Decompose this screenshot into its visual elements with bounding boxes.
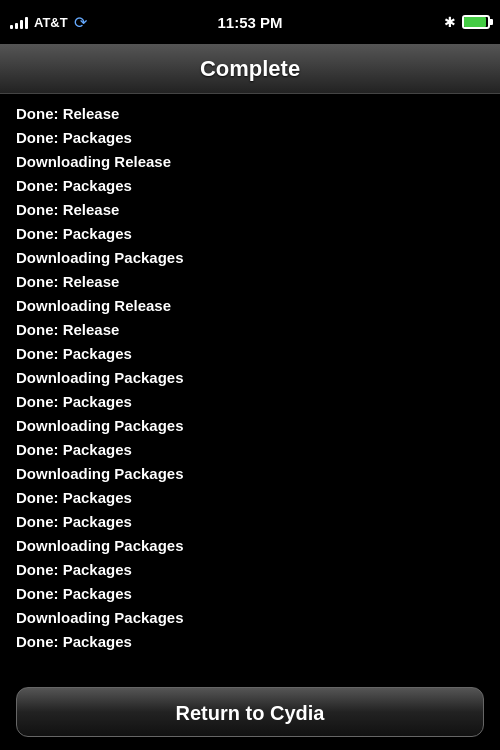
log-item: Downloading Packages <box>16 246 484 270</box>
bluetooth-icon: ✱ <box>444 14 456 30</box>
content-area: Done: ReleaseDone: PackagesDownloading R… <box>0 94 500 674</box>
log-item: Downloading Packages <box>16 462 484 486</box>
log-item: Done: Packages <box>16 582 484 606</box>
status-left: AT&T ⟳ <box>10 13 87 32</box>
log-item: Done: Packages <box>16 438 484 462</box>
log-item: Done: Packages <box>16 174 484 198</box>
log-item: Done: Packages <box>16 126 484 150</box>
log-item: Done: Packages <box>16 558 484 582</box>
signal-bars <box>10 15 28 29</box>
sync-icon: ⟳ <box>74 13 87 32</box>
log-item: Done: Packages <box>16 510 484 534</box>
log-item: Downloading Packages <box>16 534 484 558</box>
log-item: Downloading Packages <box>16 414 484 438</box>
log-item: Done: Packages <box>16 222 484 246</box>
signal-bar-1 <box>10 25 13 29</box>
bottom-area: Return to Cydia <box>0 674 500 750</box>
log-item: Downloading Packages <box>16 606 484 630</box>
return-to-cydia-button[interactable]: Return to Cydia <box>16 687 484 737</box>
log-item: Done: Release <box>16 198 484 222</box>
status-right: ✱ <box>444 14 490 30</box>
log-item: Done: Packages <box>16 390 484 414</box>
page-title: Complete <box>200 56 300 82</box>
log-item: Downloading Release <box>16 150 484 174</box>
status-bar: AT&T ⟳ 11:53 PM ✱ <box>0 0 500 44</box>
log-item: Downloading Release <box>16 294 484 318</box>
battery-fill <box>464 17 486 27</box>
signal-bar-3 <box>20 20 23 29</box>
log-list: Done: ReleaseDone: PackagesDownloading R… <box>16 102 484 654</box>
log-item: Downloading Packages <box>16 366 484 390</box>
log-item: Done: Packages <box>16 486 484 510</box>
log-item: Done: Release <box>16 270 484 294</box>
signal-bar-4 <box>25 17 28 29</box>
log-item: Done: Packages <box>16 342 484 366</box>
log-item: Done: Release <box>16 318 484 342</box>
nav-bar: Complete <box>0 44 500 94</box>
signal-bar-2 <box>15 23 18 29</box>
log-item: Done: Release <box>16 102 484 126</box>
log-item: Done: Packages <box>16 630 484 654</box>
time-display: 11:53 PM <box>217 14 282 31</box>
battery-icon <box>462 15 490 29</box>
carrier-text: AT&T <box>34 15 68 30</box>
